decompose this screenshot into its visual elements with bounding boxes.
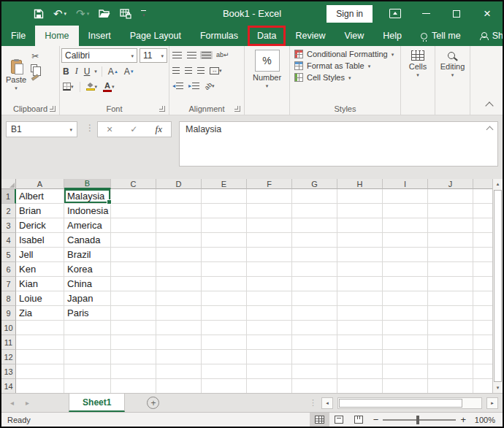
cell-H8[interactable] bbox=[337, 291, 383, 306]
column-header-J[interactable]: J bbox=[428, 179, 473, 189]
cell-E9[interactable] bbox=[202, 306, 247, 321]
cell-B6[interactable]: Korea bbox=[64, 262, 111, 277]
cell-styles-button[interactable]: Cell Styles▾ bbox=[294, 73, 399, 82]
cell-A5[interactable]: Jell bbox=[16, 248, 64, 262]
cell-partial[interactable] bbox=[473, 350, 492, 364]
cell-H14[interactable] bbox=[337, 379, 383, 393]
cell-D11[interactable] bbox=[156, 335, 202, 350]
font-size-select[interactable]: 11▾ bbox=[140, 48, 167, 63]
cell-F2[interactable] bbox=[247, 204, 292, 218]
cell-G13[interactable] bbox=[292, 364, 337, 379]
cell-B9[interactable]: Paris bbox=[64, 306, 111, 321]
cell-A3[interactable]: Derick bbox=[16, 218, 64, 233]
cell-C2[interactable] bbox=[111, 204, 156, 218]
cell-A4[interactable]: Isabel bbox=[16, 233, 64, 248]
name-box-dropdown-icon[interactable]: ▾ bbox=[69, 127, 72, 132]
cell-F9[interactable] bbox=[247, 306, 292, 321]
cell-F3[interactable] bbox=[247, 218, 292, 233]
cell-H7[interactable] bbox=[337, 277, 383, 291]
normal-view-button[interactable] bbox=[310, 413, 329, 427]
column-header-F[interactable]: F bbox=[247, 179, 292, 189]
cell-J6[interactable] bbox=[428, 262, 473, 277]
cell-E10[interactable] bbox=[202, 321, 247, 335]
cell-J5[interactable] bbox=[428, 248, 473, 262]
zoom-slider[interactable] bbox=[383, 419, 456, 421]
close-button[interactable]: × bbox=[472, 1, 503, 26]
cell-J13[interactable] bbox=[428, 364, 473, 379]
cell-G11[interactable] bbox=[292, 335, 337, 350]
cell-C10[interactable] bbox=[111, 321, 156, 335]
cell-C8[interactable] bbox=[111, 291, 156, 306]
ribbon-display-options-button[interactable] bbox=[380, 1, 411, 26]
cell-F13[interactable] bbox=[247, 364, 292, 379]
row-header-11[interactable]: 11 bbox=[1, 335, 16, 350]
cell-H6[interactable] bbox=[337, 262, 383, 277]
cell-J10[interactable] bbox=[428, 321, 473, 335]
cell-E14[interactable] bbox=[202, 379, 247, 393]
cell-J3[interactable] bbox=[428, 218, 473, 233]
cell-B14[interactable] bbox=[64, 379, 111, 393]
cell-B1[interactable]: Malaysia bbox=[64, 189, 111, 204]
cell-E11[interactable] bbox=[202, 335, 247, 350]
cell-J2[interactable] bbox=[428, 204, 473, 218]
row-header-2[interactable]: 2 bbox=[1, 204, 16, 218]
cell-E13[interactable] bbox=[202, 364, 247, 379]
cell-I14[interactable] bbox=[383, 379, 428, 393]
cell-G5[interactable] bbox=[292, 248, 337, 262]
editing-button[interactable]: Editing ▾ bbox=[437, 48, 468, 102]
increase-indent-icon[interactable]: ▸ bbox=[187, 82, 201, 90]
cell-J9[interactable] bbox=[428, 306, 473, 321]
tab-data[interactable]: Data bbox=[248, 26, 286, 46]
cell-I13[interactable] bbox=[383, 364, 428, 379]
cell-A6[interactable]: Ken bbox=[16, 262, 64, 277]
orientation-button[interactable]: ab▾ bbox=[203, 82, 216, 91]
merge-center-button[interactable]: ↔▾ bbox=[208, 66, 224, 75]
middle-align-icon[interactable] bbox=[186, 51, 198, 59]
zoom-out-button[interactable]: − bbox=[369, 414, 383, 425]
cell-C13[interactable] bbox=[111, 364, 156, 379]
undo-button[interactable]: ↶▾ bbox=[53, 8, 66, 19]
tell-me-button[interactable]: Tell me bbox=[411, 26, 470, 46]
cell-partial[interactable] bbox=[473, 262, 492, 277]
decrease-font-size-button[interactable]: A▼ bbox=[123, 66, 136, 77]
cell-A8[interactable]: Loiue bbox=[16, 291, 64, 306]
cell-J12[interactable] bbox=[428, 350, 473, 364]
cell-E4[interactable] bbox=[202, 233, 247, 248]
row-header-7[interactable]: 7 bbox=[1, 277, 16, 291]
customize-quick-access-toolbar-icon[interactable]: ▾ bbox=[141, 10, 146, 18]
cell-B3[interactable]: America bbox=[64, 218, 111, 233]
cell-E6[interactable] bbox=[202, 262, 247, 277]
cell-G4[interactable] bbox=[292, 233, 337, 248]
cell-H5[interactable] bbox=[337, 248, 383, 262]
cell-D4[interactable] bbox=[156, 233, 202, 248]
row-header-4[interactable]: 4 bbox=[1, 233, 16, 248]
cell-partial[interactable] bbox=[473, 379, 492, 393]
cell-partial[interactable] bbox=[473, 204, 492, 218]
italic-button[interactable]: I bbox=[74, 65, 80, 77]
column-header-E[interactable]: E bbox=[202, 179, 247, 189]
paste-button[interactable]: Paste ▾ bbox=[3, 48, 29, 102]
cell-B13[interactable] bbox=[64, 364, 111, 379]
column-header-I[interactable]: I bbox=[383, 179, 428, 189]
cell-G1[interactable] bbox=[292, 189, 337, 204]
cell-A13[interactable] bbox=[16, 364, 64, 379]
cell-C9[interactable] bbox=[111, 306, 156, 321]
cell-G12[interactable] bbox=[292, 350, 337, 364]
cell-E1[interactable] bbox=[202, 189, 247, 204]
open-file-icon[interactable] bbox=[99, 9, 110, 18]
cell-A9[interactable]: Zia bbox=[16, 306, 64, 321]
cell-J14[interactable] bbox=[428, 379, 473, 393]
bottom-align-icon[interactable] bbox=[200, 51, 213, 59]
cell-C7[interactable] bbox=[111, 277, 156, 291]
cell-G7[interactable] bbox=[292, 277, 337, 291]
cell-partial[interactable] bbox=[473, 189, 492, 204]
column-header-G[interactable]: G bbox=[292, 179, 337, 189]
cell-J11[interactable] bbox=[428, 335, 473, 350]
align-center-icon[interactable] bbox=[183, 66, 194, 74]
cell-I8[interactable] bbox=[383, 291, 428, 306]
font-color-button[interactable]: A▾ bbox=[102, 81, 116, 93]
row-header-3[interactable]: 3 bbox=[1, 218, 16, 233]
tab-formulas[interactable]: Formulas bbox=[191, 26, 248, 46]
align-left-icon[interactable] bbox=[171, 66, 181, 74]
cell-H1[interactable] bbox=[337, 189, 383, 204]
